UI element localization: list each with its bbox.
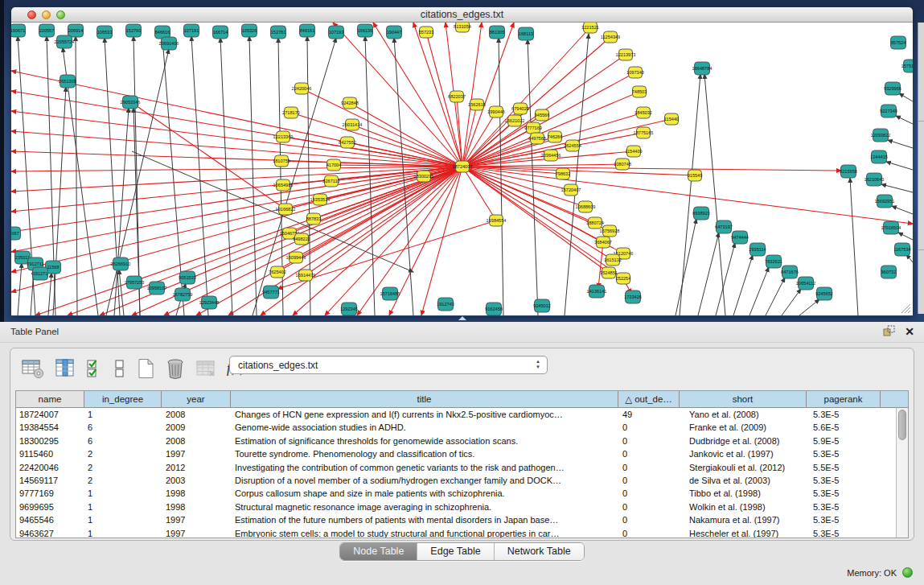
table-cell[interactable]: 2 xyxy=(84,447,162,460)
table-cell[interactable]: Genome-wide association studies in ADHD. xyxy=(231,421,618,434)
table-row[interactable]: 946362711997Embryonic stem cells: a mode… xyxy=(16,527,908,538)
graph-node[interactable]: 12213973 xyxy=(616,49,636,60)
table-cell[interactable]: 18724007 xyxy=(16,408,84,421)
graph-node[interactable]: 1615132 xyxy=(604,254,622,266)
table-cell[interactable]: 5.3E-5 xyxy=(807,501,881,513)
graph-edge[interactable] xyxy=(716,243,735,315)
graph-node[interactable]: 9227349 xyxy=(880,105,897,117)
table-cell[interactable]: Wolkin et al. (1998) xyxy=(680,501,807,513)
graph-node[interactable]: 1167534 xyxy=(893,243,910,256)
graph-edge[interactable] xyxy=(462,167,613,260)
graph-node[interactable]: 915549 xyxy=(688,170,703,181)
graph-edge[interactable] xyxy=(105,38,120,315)
graph-node[interactable]: 10654112 xyxy=(796,277,815,290)
table-cell[interactable]: Jankovic et al. (1997) xyxy=(680,447,807,460)
graph-edge[interactable] xyxy=(676,219,696,315)
table-cell[interactable]: Franke et al. (2009) xyxy=(680,421,807,434)
graph-edge[interactable] xyxy=(249,36,257,315)
splitter-handle-icon[interactable] xyxy=(458,316,466,320)
table-cell[interactable]: 5.3E-5 xyxy=(807,513,881,526)
column-header-name[interactable]: name xyxy=(16,391,84,407)
table-row[interactable]: 1872400712008Changes of HCN gene express… xyxy=(16,408,908,421)
table-row[interactable]: 2242004622012Investigating the contribut… xyxy=(16,461,908,474)
graph-node[interactable]: 252254 xyxy=(616,273,631,284)
table-cell[interactable]: 0 xyxy=(618,474,680,487)
graph-node[interactable]: 16782759 xyxy=(173,288,193,301)
graph-edge[interactable] xyxy=(462,167,496,220)
table-cell[interactable]: Yano et al. (2008) xyxy=(680,408,807,421)
tab-edge-table[interactable]: Edge Table xyxy=(417,543,494,560)
graph-node[interactable]: 190671 xyxy=(11,24,26,37)
graph-node[interactable]: 17957253 xyxy=(125,276,145,289)
graph-node[interactable]: 12213369 xyxy=(273,131,294,142)
graph-node[interactable]: 417004 xyxy=(326,159,342,171)
graph-node[interactable]: 9474444 xyxy=(731,231,749,244)
graph-edge[interactable] xyxy=(598,242,603,288)
table-cell[interactable]: Estimation of significance thresholds fo… xyxy=(231,435,618,447)
graph-node[interactable]: 12093822 xyxy=(871,129,891,142)
table-cell[interactable]: 0 xyxy=(618,421,680,434)
table-cell[interactable]: 0 xyxy=(618,501,680,513)
float-window-icon[interactable] xyxy=(883,325,895,337)
table-cell[interactable]: 6 xyxy=(84,421,162,434)
graph-node[interactable]: 15720407 xyxy=(561,184,581,196)
table-cell[interactable]: Embryonic stem cells: a model to study s… xyxy=(231,527,618,538)
table-cell[interactable]: 1 xyxy=(84,501,162,513)
table-cell[interactable]: Investigating the contribution of common… xyxy=(231,461,618,474)
table-cell[interactable]: de Silva et al. (2003) xyxy=(680,474,807,487)
table-row[interactable]: 969969511998Structural magnetic resonanc… xyxy=(16,501,908,513)
table-cell[interactable]: Disruption of a novel member of a sodium… xyxy=(231,474,618,487)
graph-node[interactable]: 1221521 xyxy=(581,23,599,33)
graph-node[interactable]: 881305 xyxy=(490,26,505,39)
graph-edge[interactable] xyxy=(291,113,462,167)
graph-edge[interactable] xyxy=(11,131,462,167)
graph-edge[interactable] xyxy=(896,116,913,124)
table-cell[interactable]: Corpus callosum shape and size in male p… xyxy=(231,487,618,500)
graph-node[interactable]: 1080748 xyxy=(614,159,631,170)
table-cell[interactable]: 1997 xyxy=(162,513,231,526)
graph-node[interactable]: 206914 xyxy=(68,24,84,37)
scrollbar-thumb[interactable] xyxy=(898,410,906,440)
graph-node[interactable]: 748503 xyxy=(632,86,647,97)
column-header-in_degree[interactable]: in_degree xyxy=(84,391,162,407)
graph-edge[interactable] xyxy=(11,167,462,292)
graph-node[interactable]: 22420046 xyxy=(292,83,312,94)
graph-node[interactable]: 9242848 xyxy=(341,97,359,109)
table-cell[interactable]: 5.5E-5 xyxy=(807,461,881,474)
graph-node[interactable]: 152781 xyxy=(271,26,286,39)
table-cell[interactable]: Stergiakouli et al. (2012) xyxy=(680,461,807,474)
close-traffic-light-icon[interactable] xyxy=(27,10,36,19)
network-graph[interactable]: 1906712205572069141065331527608466161071… xyxy=(11,23,913,315)
tab-network-table[interactable]: Network Table xyxy=(495,543,584,560)
table-selector-dropdown[interactable]: citations_edges.txt ▲▼ xyxy=(229,356,548,374)
graph-node[interactable]: 7625402 xyxy=(269,266,286,278)
graph-edge[interactable] xyxy=(799,299,819,315)
graph-node[interactable]: 7632621 xyxy=(765,255,782,268)
graph-edge[interactable] xyxy=(53,87,66,315)
table-cell[interactable]: 5.6E-5 xyxy=(807,421,881,434)
graph-node[interactable]: 190447 xyxy=(387,26,402,39)
graph-edge[interactable] xyxy=(886,162,913,170)
graph-edge[interactable] xyxy=(704,74,725,315)
graph-node[interactable]: 11254349 xyxy=(601,31,620,43)
table-cell[interactable]: Dudbridge et al. (2008) xyxy=(680,435,807,447)
table-cell[interactable]: Tourette syndrome. Phenomenology and cla… xyxy=(231,447,618,460)
network-canvas[interactable]: 1906712205572069141065331527608466161071… xyxy=(11,23,913,315)
table-cell[interactable]: 9115460 xyxy=(16,447,84,460)
graph-node[interactable]: 20691406 xyxy=(159,37,179,50)
graph-node[interactable]: 798632 xyxy=(556,168,571,179)
table-cell[interactable]: 2003 xyxy=(162,474,231,487)
table-cell[interactable]: Changes of HCN gene expression and I(f) … xyxy=(231,408,618,421)
table-cell[interactable]: 5.3E-5 xyxy=(807,447,881,460)
graph-node[interactable]: 26266910 xyxy=(111,257,131,270)
table-row[interactable]: 1830029562008Estimation of significance … xyxy=(16,435,908,447)
graph-node[interactable]: 9051533 xyxy=(179,271,196,284)
graph-node[interactable]: 957524 xyxy=(891,36,906,49)
table-cell[interactable]: 2008 xyxy=(162,408,231,421)
graph-node[interactable]: 15692951 xyxy=(875,195,895,208)
table-cell[interactable]: Nakamura et al. (1997) xyxy=(680,513,807,526)
table-cell[interactable]: 0 xyxy=(618,447,680,460)
table-cell[interactable]: 0 xyxy=(618,487,680,500)
graph-node[interactable]: 8131054 xyxy=(454,23,471,32)
graph-node[interactable]: 166136 xyxy=(358,24,373,37)
